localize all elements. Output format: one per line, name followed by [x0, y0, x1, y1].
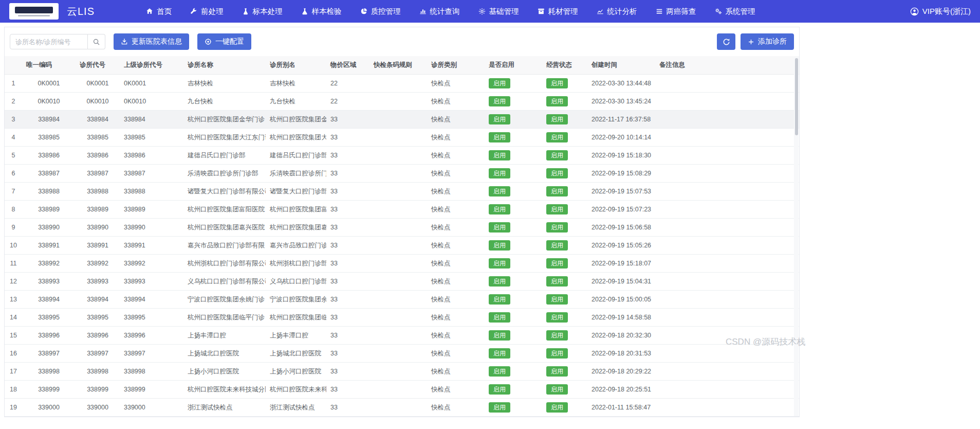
table-row[interactable]: 19339000339000339000浙江测试快检点浙江测试快检点33快检点启… [5, 399, 799, 417]
table-cell: 338999 [76, 381, 120, 399]
cogs-icon [715, 8, 722, 15]
table-row[interactable]: 6338987338987338987乐清映霞口腔诊所门诊部乐清映霞口腔诊所门诊… [5, 165, 799, 183]
table-cell [369, 201, 427, 219]
update-hospital-table-button[interactable]: 更新医院表信息 [114, 33, 189, 50]
table-cell: 2022-11-17 16:37:58 [587, 111, 655, 129]
table-cell: 启用 [485, 399, 542, 417]
table-row[interactable]: 7338988338988338988诸暨复大口腔门诊部有限公司诸暨复大口腔门诊… [5, 183, 799, 201]
table-row[interactable]: 14338995338995338995杭州口腔医院集团临平门诊杭州口腔医院集团… [5, 309, 799, 327]
table-cell: 338999 [120, 381, 183, 399]
table-cell: 33 [326, 273, 369, 291]
table-cell: 宁波口腔医院集团余姚门诊 [183, 291, 266, 309]
table-cell [655, 75, 799, 93]
table-row[interactable]: 18338999338999338999杭州口腔医院未来科技城分院杭州口腔医院未… [5, 381, 799, 399]
table-row[interactable]: 8338989338989338989杭州口腔医院集团富阳医院杭州口腔医院集团富… [5, 201, 799, 219]
table-row[interactable]: 12338993338993338993义乌杭口口腔门诊部有限公司义乌杭口口腔门… [5, 273, 799, 291]
search-button[interactable] [88, 34, 105, 49]
table-cell [655, 93, 799, 111]
table-cell: 快检点 [427, 255, 485, 273]
nav-item-system-management[interactable]: 系统管理 [715, 7, 755, 16]
table-row[interactable]: 10K00010K00010K0001吉林快检吉林快检22快检点启用启用2022… [5, 75, 799, 93]
status-badge: 启用 [489, 96, 510, 106]
table-cell: 启用 [485, 345, 542, 363]
nav-item-stats-analysis[interactable]: 统计分析 [597, 7, 637, 16]
add-clinic-button[interactable]: 添加诊所 [741, 33, 794, 50]
nav-item-preprocess[interactable]: 前处理 [190, 7, 224, 16]
table-row[interactable]: 9338990338990338990杭州口腔医院集团嘉兴医院杭州口腔医院集团嘉… [5, 219, 799, 237]
status-badge: 启用 [489, 312, 510, 323]
table-cell: 2022-09-19 15:08:29 [587, 165, 655, 183]
table-row[interactable]: 10338991338991338991嘉兴市品致口腔门诊部有限嘉兴市品致口腔门… [5, 237, 799, 255]
table-cell: 2022-09-19 15:00:05 [587, 291, 655, 309]
table-cell [655, 165, 799, 183]
nav-item-base-management[interactable]: 基础管理 [478, 7, 519, 16]
search-input[interactable] [10, 34, 88, 49]
column-header-0 [5, 56, 22, 75]
toolbar-right: 添加诊所 [717, 33, 794, 50]
table-row[interactable]: 20K00100K00100K0010九台快检九台快检22快检点启用启用2022… [5, 93, 799, 111]
table-cell [369, 345, 427, 363]
table-cell [369, 183, 427, 201]
status-badge: 启用 [489, 132, 510, 142]
column-header-4: 诊所名称 [183, 56, 266, 75]
table-row[interactable]: 17338998338998338998上扬小河口腔医院上扬小河口腔医院33快检… [5, 363, 799, 381]
table-cell: 22 [326, 93, 369, 111]
nav-item-cancer-screening[interactable]: 两癌筛查 [656, 7, 696, 16]
nav-item-home[interactable]: 首页 [146, 7, 172, 16]
table-cell: 义乌杭口口腔门诊部有 [266, 273, 326, 291]
logo-mark [15, 7, 53, 13]
nav-item-sample-test[interactable]: 样本检验 [301, 7, 342, 16]
table-cell: 338985 [120, 129, 183, 147]
user-account[interactable]: VIP账号(浙江) [910, 7, 971, 16]
status-badge: 启用 [546, 312, 568, 323]
table-row[interactable]: 16338997338997338997上扬城北口腔医院上扬城北口腔医院33快检… [5, 345, 799, 363]
table-cell [369, 111, 427, 129]
table-cell: 338995 [76, 309, 120, 327]
table-cell: 338995 [22, 309, 76, 327]
one-click-config-button[interactable]: 一键配置 [197, 33, 251, 50]
table-cell: 嘉兴市品致口腔门诊部有限 [183, 237, 266, 255]
table-cell: 19 [5, 399, 22, 417]
table-cell: 338999 [22, 381, 76, 399]
table-row[interactable]: 13338994338994338994宁波口腔医院集团余姚门诊宁波口腔医院集团… [5, 291, 799, 309]
status-badge: 启用 [489, 294, 510, 305]
table-cell [369, 129, 427, 147]
table-cell: 杭州口腔医院未来科技城分院 [183, 381, 266, 399]
table-cell: 启用 [542, 255, 587, 273]
table-cell: 杭州口腔医院集团临平 [266, 309, 326, 327]
table-cell: 启用 [542, 291, 587, 309]
table-cell: 33 [326, 255, 369, 273]
table-cell: 九台快检 [266, 93, 326, 111]
nav-item-specimen-handling[interactable]: 标本处理 [242, 7, 283, 16]
table-row[interactable]: 15338996338996338996上扬丰潭口腔上扬丰潭口腔33快检点启用启… [5, 327, 799, 345]
watermark: CSDN @源码技术栈 [726, 336, 805, 348]
table-cell: 338993 [76, 273, 120, 291]
nav-item-qc-management[interactable]: 质控管理 [360, 7, 401, 16]
table-cell: 启用 [542, 165, 587, 183]
table-cell [369, 327, 427, 345]
table-cell: 33 [326, 111, 369, 129]
table-cell: 快检点 [427, 201, 485, 219]
table-cell: 启用 [485, 309, 542, 327]
table-cell: 启用 [485, 147, 542, 165]
table-cell [655, 147, 799, 165]
table-row[interactable]: 11338992338992338992杭州浙杭口腔门诊部有限公司杭州浙杭口腔门… [5, 255, 799, 273]
table-row[interactable]: 4338985338985338985杭州口腔医院集团大江东门诊杭州口腔医院集团… [5, 129, 799, 147]
table-cell: 33 [326, 201, 369, 219]
nav-item-label: 统计分析 [607, 7, 637, 16]
table-cell: 快检点 [427, 93, 485, 111]
refresh-button[interactable] [717, 33, 735, 50]
status-badge: 启用 [489, 402, 510, 413]
table-row[interactable]: 5338986338986338986建德吕氏口腔门诊部建德吕氏口腔门诊部33快… [5, 147, 799, 165]
table-cell [369, 291, 427, 309]
nav-item-stats-query[interactable]: 统计查询 [419, 7, 460, 16]
table-row[interactable]: 3338984338984338984杭州口腔医院集团金华门诊杭州口腔医院集团金… [5, 111, 799, 129]
table-cell: 338991 [22, 237, 76, 255]
status-badge: 启用 [546, 240, 568, 251]
brand-title: 云LIS [67, 5, 95, 19]
table-cell: 杭州口腔医院集团嘉兴 [266, 219, 326, 237]
nav-item-consumables[interactable]: 耗材管理 [538, 7, 578, 16]
scrollbar-thumb[interactable] [795, 58, 798, 135]
status-badge: 启用 [546, 114, 568, 124]
status-badge: 启用 [489, 240, 510, 251]
